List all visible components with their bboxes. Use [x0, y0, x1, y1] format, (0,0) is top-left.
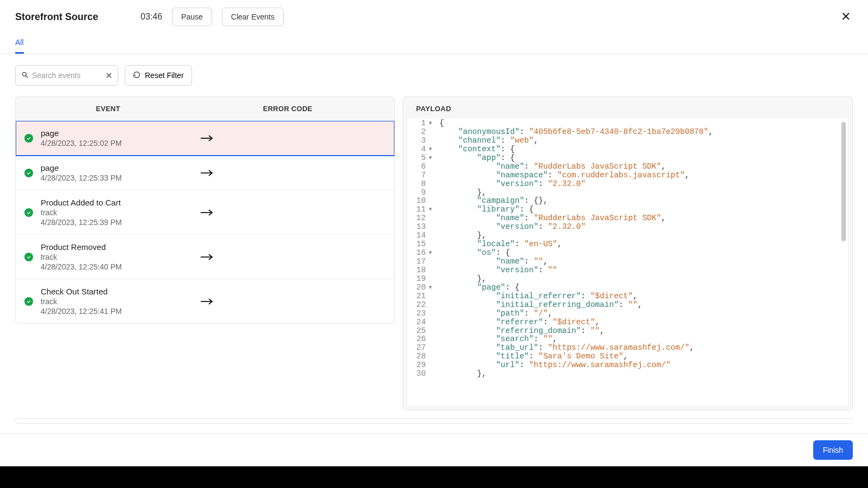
arrow-right-icon	[184, 297, 386, 306]
event-text: Product Removedtrack4/28/2023, 12:25:40 …	[41, 242, 176, 271]
tab-all[interactable]: All	[15, 34, 24, 54]
payload-panel: PAYLOAD 1▾ { 2 "anonymousId": "405b6fe8-…	[403, 97, 853, 410]
event-row[interactable]: page4/28/2023, 12:25:33 PM	[16, 156, 394, 190]
footer-divider-card	[15, 418, 853, 423]
event-title: Product Added to Cart	[41, 198, 176, 207]
scrollbar-thumb[interactable]	[841, 122, 846, 241]
event-timestamp: 4/28/2023, 12:25:33 PM	[41, 174, 176, 182]
page-title: Storefront Source	[15, 11, 98, 23]
event-text: Check Out Startedtrack4/28/2023, 12:25:4…	[41, 287, 176, 316]
search-box: ✕	[15, 65, 118, 86]
footer: Finish	[0, 434, 868, 466]
elapsed-time: 03:46	[141, 12, 162, 22]
reset-filter-button[interactable]: Reset Filter	[125, 65, 192, 86]
close-icon[interactable]: ✕	[839, 9, 853, 25]
svg-point-0	[22, 72, 26, 76]
event-row[interactable]: Check Out Startedtrack4/28/2023, 12:25:4…	[16, 279, 394, 323]
column-error-code: ERROR CODE	[191, 105, 385, 113]
filter-bar: ✕ Reset Filter	[0, 54, 868, 97]
event-timestamp: 4/28/2023, 12:25:02 PM	[41, 139, 176, 147]
status-success-icon	[24, 208, 33, 217]
reset-filter-label: Reset Filter	[145, 71, 184, 80]
search-input[interactable]	[32, 71, 102, 80]
event-text: page4/28/2023, 12:25:33 PM	[41, 163, 176, 182]
arrow-right-icon	[184, 133, 386, 143]
event-title: Check Out Started	[41, 287, 176, 296]
event-timestamp: 4/28/2023, 12:25:39 PM	[41, 218, 176, 227]
main: EVENT ERROR CODE page4/28/2023, 12:25:02…	[0, 97, 868, 410]
event-type: page	[41, 163, 176, 172]
event-row[interactable]: Product Added to Carttrack4/28/2023, 12:…	[16, 190, 394, 235]
svg-line-1	[26, 75, 28, 78]
status-success-icon	[24, 134, 33, 143]
status-success-icon	[24, 253, 33, 261]
search-clear-icon[interactable]: ✕	[105, 70, 112, 81]
arrow-right-icon	[184, 208, 386, 217]
events-header: EVENT ERROR CODE	[15, 97, 395, 121]
events-panel: EVENT ERROR CODE page4/28/2023, 12:25:02…	[15, 97, 395, 410]
events-list: page4/28/2023, 12:25:02 PMpage4/28/2023,…	[15, 121, 395, 324]
refresh-icon	[133, 71, 141, 80]
event-type: track	[41, 253, 176, 261]
payload-header: PAYLOAD	[403, 97, 852, 118]
event-timestamp: 4/28/2023, 12:25:40 PM	[41, 262, 176, 271]
event-timestamp: 4/28/2023, 12:25:41 PM	[41, 307, 176, 316]
clear-events-button[interactable]: Clear Events	[222, 8, 284, 26]
event-text: page4/28/2023, 12:25:02 PM	[41, 129, 176, 147]
arrow-right-icon	[184, 168, 386, 178]
status-success-icon	[24, 169, 33, 177]
finish-button[interactable]: Finish	[813, 440, 853, 460]
bottom-black-bar	[0, 466, 868, 488]
payload-code[interactable]: 1▾ { 2 "anonymousId": "405b6fe8-5eb7-434…	[407, 118, 848, 406]
event-title: Product Removed	[41, 242, 176, 252]
event-type: track	[41, 208, 176, 217]
arrow-right-icon	[184, 252, 386, 262]
column-event: EVENT	[25, 105, 191, 113]
header: Storefront Source 03:46 Pause Clear Even…	[0, 0, 868, 34]
pause-button[interactable]: Pause	[172, 8, 212, 26]
event-type: track	[41, 297, 176, 306]
event-type: page	[41, 129, 176, 138]
event-row[interactable]: Product Removedtrack4/28/2023, 12:25:40 …	[16, 235, 394, 279]
event-row[interactable]: page4/28/2023, 12:25:02 PM	[16, 121, 394, 156]
event-text: Product Added to Carttrack4/28/2023, 12:…	[41, 198, 176, 227]
search-icon	[21, 71, 29, 80]
status-success-icon	[24, 297, 33, 306]
tabs: All	[0, 34, 868, 54]
